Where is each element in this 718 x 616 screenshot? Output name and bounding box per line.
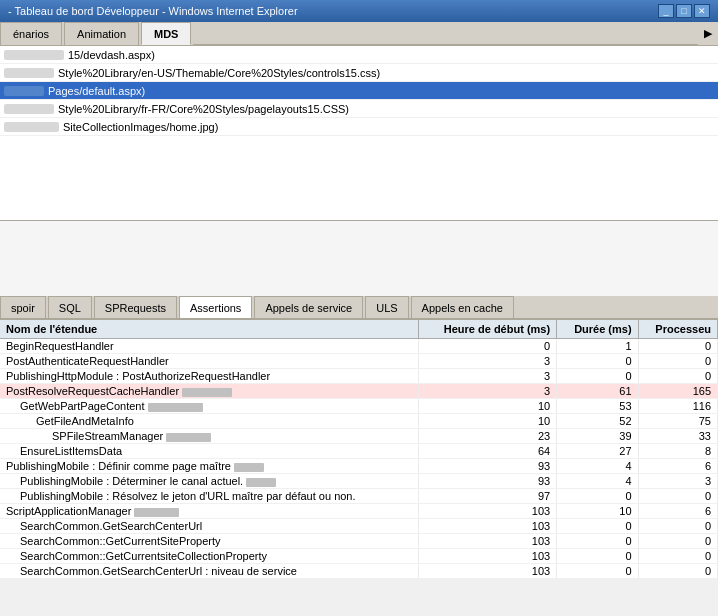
url-list: 15/devdash.aspx) Style%20Library/en-US/T… (0, 46, 718, 136)
table-row[interactable]: SPFileStreamManager 233933 (0, 429, 718, 444)
tab-appels-service[interactable]: Appels de service (254, 296, 363, 318)
row-cpu: 165 (638, 384, 717, 399)
col-header-name: Nom de l'étendue (0, 320, 419, 339)
row-name: SearchCommon.GetSearchCenterUrl (0, 519, 419, 534)
row-cpu: 0 (638, 564, 717, 579)
row-duration: 27 (557, 444, 638, 459)
col-header-start: Heure de début (ms) (419, 320, 557, 339)
url-blurred-1 (4, 50, 64, 60)
url-text-1: 15/devdash.aspx) (68, 49, 155, 61)
row-name: PublishingMobile : Résolvez le jeton d'U… (0, 489, 419, 504)
table-row[interactable]: GetWebPartPageContent 1053116 (0, 399, 718, 414)
table-area: Nom de l'étendue Heure de début (ms) Dur… (0, 320, 718, 579)
row-cpu: 3 (638, 474, 717, 489)
tab-mds[interactable]: MDS (141, 22, 191, 45)
row-duration: 61 (557, 384, 638, 399)
row-duration: 1 (557, 339, 638, 354)
table-row[interactable]: PublishingMobile : Définir comme page ma… (0, 459, 718, 474)
tab-espoir[interactable]: spoir (0, 296, 46, 318)
row-name-text: PublishingMobile : Définir comme page ma… (6, 460, 231, 472)
title-text: - Tableau de bord Développeur - Windows … (8, 5, 658, 17)
row-start: 10 (419, 399, 557, 414)
row-cpu: 116 (638, 399, 717, 414)
row-name-text: SPFileStreamManager (52, 430, 163, 442)
url-item-2[interactable]: Style%20Library/en-US/Themable/Core%20St… (0, 64, 718, 82)
tab-appels-cache[interactable]: Appels en cache (411, 296, 514, 318)
table-row[interactable]: PostResolveRequestCacheHandler 361165 (0, 384, 718, 399)
url-item-3[interactable]: Pages/default.aspx) (0, 82, 718, 100)
row-start: 103 (419, 534, 557, 549)
row-cpu: 33 (638, 429, 717, 444)
blur-block (148, 403, 203, 412)
row-cpu: 0 (638, 354, 717, 369)
bottom-tab-bar: spoir SQL SPRequests Assertions Appels d… (0, 296, 718, 320)
row-name-text: GetWebPartPageContent (20, 400, 145, 412)
row-start: 3 (419, 384, 557, 399)
table-row[interactable]: PublishingMobile : Déterminer le canal a… (0, 474, 718, 489)
blur-block (166, 433, 211, 442)
row-start: 23 (419, 429, 557, 444)
table-row[interactable]: SearchCommon.GetSearchCenterUrl : niveau… (0, 564, 718, 579)
table-row[interactable]: GetFileAndMetaInfo105275 (0, 414, 718, 429)
row-name: SearchCommon::GetCurrentsiteCollectionPr… (0, 549, 419, 564)
url-text-3: Pages/default.aspx) (48, 85, 145, 97)
table-row[interactable]: ScriptApplicationManager 103106 (0, 504, 718, 519)
row-name: ScriptApplicationManager (0, 504, 419, 519)
table-row[interactable]: SearchCommon::GetCurrentsiteCollectionPr… (0, 549, 718, 564)
url-blurred-5 (4, 122, 59, 132)
url-text-5: SiteCollectionImages/home.jpg) (63, 121, 218, 133)
row-name: GetWebPartPageContent (0, 399, 419, 414)
row-name: PostResolveRequestCacheHandler (0, 384, 419, 399)
url-item-4[interactable]: Style%20Library/fr-FR/Core%20Styles/page… (0, 100, 718, 118)
row-start: 103 (419, 549, 557, 564)
url-item-5[interactable]: SiteCollectionImages/home.jpg) (0, 118, 718, 136)
row-duration: 0 (557, 369, 638, 384)
maximize-button[interactable]: □ (676, 4, 692, 18)
row-name: PublishingHttpModule : PostAuthorizeRequ… (0, 369, 419, 384)
tab-animation[interactable]: Animation (64, 22, 139, 45)
tab-assertions[interactable]: Assertions (179, 296, 252, 318)
table-row[interactable]: PostAuthenticateRequestHandler300 (0, 354, 718, 369)
row-duration: 0 (557, 489, 638, 504)
url-item-1[interactable]: 15/devdash.aspx) (0, 46, 718, 64)
row-duration: 0 (557, 354, 638, 369)
table-row[interactable]: SearchCommon.GetSearchCenterUrl10300 (0, 519, 718, 534)
col-header-duration: Durée (ms) (557, 320, 638, 339)
row-duration: 0 (557, 534, 638, 549)
tab-scenarios[interactable]: énarios (0, 22, 62, 45)
row-name: GetFileAndMetaInfo (0, 414, 419, 429)
table-row[interactable]: BeginRequestHandler010 (0, 339, 718, 354)
row-duration: 53 (557, 399, 638, 414)
url-text-2: Style%20Library/en-US/Themable/Core%20St… (58, 67, 380, 79)
table-header-row: Nom de l'étendue Heure de début (ms) Dur… (0, 320, 718, 339)
row-name: SearchCommon.GetSearchCenterUrl : niveau… (0, 564, 419, 579)
row-start: 10 (419, 414, 557, 429)
table-row[interactable]: PublishingMobile : Résolvez le jeton d'U… (0, 489, 718, 504)
tab-scroll-button[interactable]: ▶ (698, 22, 718, 44)
row-cpu: 75 (638, 414, 717, 429)
table-row[interactable]: EnsureListItemsData64278 (0, 444, 718, 459)
close-button[interactable]: ✕ (694, 4, 710, 18)
row-start: 93 (419, 474, 557, 489)
row-start: 103 (419, 519, 557, 534)
row-name: SearchCommon::GetCurrentSiteProperty (0, 534, 419, 549)
row-cpu: 0 (638, 519, 717, 534)
window-controls[interactable]: _ □ ✕ (658, 4, 710, 18)
upper-content-area: 15/devdash.aspx) Style%20Library/en-US/T… (0, 46, 718, 221)
url-blurred-2 (4, 68, 54, 78)
tab-sql[interactable]: SQL (48, 296, 92, 318)
url-blurred-4 (4, 104, 54, 114)
row-cpu: 0 (638, 369, 717, 384)
table-row[interactable]: SearchCommon::GetCurrentSiteProperty1030… (0, 534, 718, 549)
row-name: SPFileStreamManager (0, 429, 419, 444)
row-cpu: 0 (638, 534, 717, 549)
title-bar: - Tableau de bord Développeur - Windows … (0, 0, 718, 22)
table-row[interactable]: PublishingHttpModule : PostAuthorizeRequ… (0, 369, 718, 384)
tab-uls[interactable]: ULS (365, 296, 408, 318)
minimize-button[interactable]: _ (658, 4, 674, 18)
blur-block (182, 388, 232, 397)
row-name: PublishingMobile : Définir comme page ma… (0, 459, 419, 474)
row-start: 97 (419, 489, 557, 504)
tab-sprequests[interactable]: SPRequests (94, 296, 177, 318)
row-duration: 39 (557, 429, 638, 444)
